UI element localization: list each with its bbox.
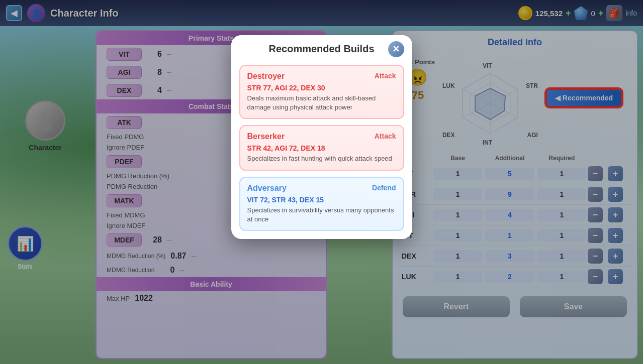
adversary-desc: Specializes in survivability versus many…: [247, 206, 396, 224]
modal-overlay: Recommended Builds ✕ Destroyer Attack ST…: [0, 0, 643, 364]
berserker-type: Attack: [375, 132, 396, 141]
destroyer-header: Destroyer Attack: [247, 72, 396, 81]
destroyer-stats: STR 77, AGI 22, DEX 30: [247, 84, 396, 92]
destroyer-desc: Deals maximum basic attack and skill-bas…: [247, 94, 396, 112]
modal-body: Destroyer Attack STR 77, AGI 22, DEX 30 …: [231, 60, 412, 239]
adversary-build-card[interactable]: Adversary Defend VIT 72, STR 43, DEX 15 …: [239, 177, 404, 231]
adversary-name: Adversary: [247, 184, 287, 193]
destroyer-name: Destroyer: [247, 72, 285, 81]
berserker-header: Berserker Attack: [247, 132, 396, 141]
berserker-desc: Specializes in fast hunting with quick a…: [247, 154, 396, 163]
modal-close-button[interactable]: ✕: [388, 41, 404, 57]
recommended-builds-modal: Recommended Builds ✕ Destroyer Attack ST…: [231, 35, 412, 239]
berserker-name: Berserker: [247, 132, 285, 141]
adversary-stats: VIT 72, STR 43, DEX 15: [247, 196, 396, 204]
modal-title: Recommended Builds: [268, 43, 374, 55]
adversary-type: Defend: [372, 184, 396, 193]
destroyer-build-card[interactable]: Destroyer Attack STR 77, AGI 22, DEX 30 …: [239, 65, 404, 119]
modal-header: Recommended Builds ✕: [231, 35, 412, 60]
destroyer-type: Attack: [375, 72, 396, 81]
adversary-header: Adversary Defend: [247, 184, 396, 193]
berserker-stats: STR 42, AGI 72, DEX 18: [247, 144, 396, 152]
berserker-build-card[interactable]: Berserker Attack STR 42, AGI 72, DEX 18 …: [239, 125, 404, 170]
